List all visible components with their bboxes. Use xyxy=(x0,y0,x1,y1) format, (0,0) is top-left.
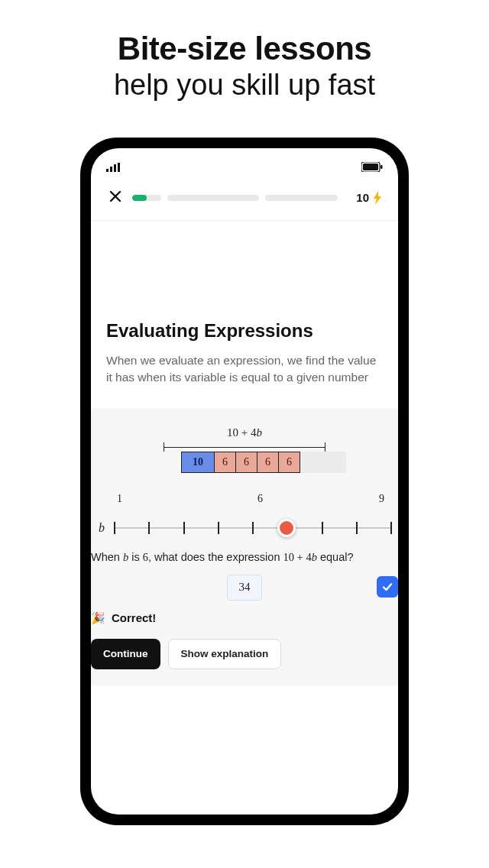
hero-heading: Bite-size lessons help you skill up fast xyxy=(0,0,489,102)
streak-counter: 10 xyxy=(356,191,383,205)
lesson-body: When we evaluate an expression, we find … xyxy=(106,352,383,387)
lesson-header: 10 xyxy=(91,178,398,220)
lesson-title: Evaluating Expressions xyxy=(106,320,383,342)
status-bar xyxy=(91,148,398,178)
close-button[interactable] xyxy=(106,186,125,209)
signal-icon xyxy=(106,163,120,172)
number-line-slider[interactable] xyxy=(114,519,390,537)
streak-count: 10 xyxy=(356,191,369,204)
svg-rect-1 xyxy=(110,167,112,172)
bolt-icon xyxy=(372,191,383,205)
block-b-2: 6 xyxy=(236,452,257,473)
show-explanation-button[interactable]: Show explanation xyxy=(168,639,282,669)
svg-rect-2 xyxy=(114,164,116,172)
exercise-panel: 10 + 4b 10 6 6 6 6 1 6 xyxy=(91,408,398,686)
svg-rect-6 xyxy=(381,165,383,169)
svg-rect-0 xyxy=(106,169,108,172)
block-b-3: 6 xyxy=(257,452,279,473)
svg-rect-5 xyxy=(363,164,378,170)
close-icon xyxy=(109,189,121,206)
phone-screen: 10 Evaluating Expressions When we evalua… xyxy=(91,148,398,815)
battery-icon xyxy=(361,162,383,172)
progress-bar xyxy=(132,195,348,201)
hero-title: Bite-size lessons xyxy=(0,31,489,67)
nl-variable: b xyxy=(99,521,108,535)
nl-label-min: 1 xyxy=(117,493,122,505)
question-text: When b is 6, what does the expression 10… xyxy=(91,551,398,564)
phone-frame: 10 Evaluating Expressions When we evalua… xyxy=(80,138,409,825)
svg-rect-3 xyxy=(118,163,120,172)
number-line: 1 6 9 b xyxy=(91,493,398,537)
answer-row: 34 xyxy=(91,575,398,601)
bracket-icon xyxy=(164,442,325,452)
nl-label-max: 9 xyxy=(379,493,384,505)
answer-input[interactable]: 34 xyxy=(227,575,262,601)
block-tail xyxy=(300,452,346,473)
check-badge xyxy=(377,576,398,598)
progress-segment-2 xyxy=(167,195,259,201)
hero-subtitle: help you skill up fast xyxy=(0,69,489,102)
continue-button[interactable]: Continue xyxy=(91,639,160,669)
party-icon: 🎉 xyxy=(91,611,105,625)
block-diagram: 10 6 6 6 6 xyxy=(91,452,398,473)
header-divider xyxy=(91,220,398,221)
formula-label: 10 + 4b xyxy=(91,426,398,439)
block-constant: 10 xyxy=(181,452,215,473)
block-b-4: 6 xyxy=(279,452,300,473)
slider-knob[interactable] xyxy=(277,519,296,537)
block-b-1: 6 xyxy=(215,452,236,473)
correct-label: Correct! xyxy=(112,611,156,624)
correct-feedback: 🎉 Correct! xyxy=(91,611,398,625)
progress-segment-1 xyxy=(132,195,161,201)
nl-label-mid: 6 xyxy=(257,493,263,505)
progress-segment-3 xyxy=(265,195,338,201)
